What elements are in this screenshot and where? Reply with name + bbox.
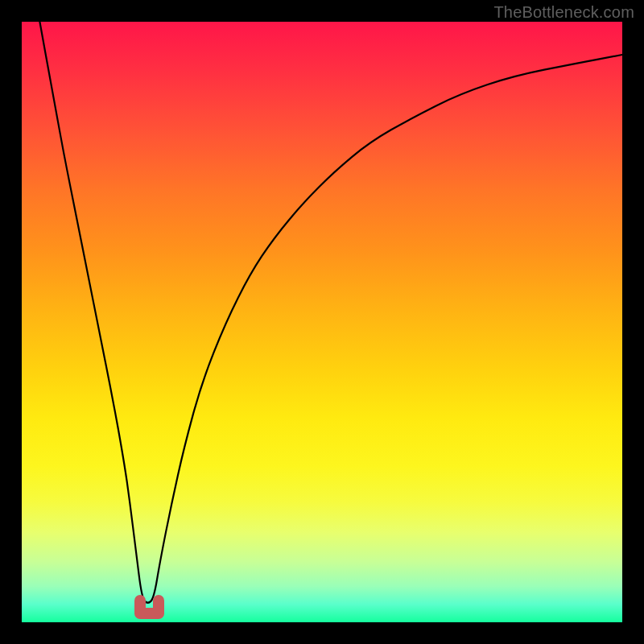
attribution-text: TheBottleneck.com	[493, 3, 634, 22]
bottleneck-curve	[22, 22, 622, 622]
plot-area	[22, 22, 622, 622]
chart-frame: TheBottleneck.com	[0, 0, 644, 644]
